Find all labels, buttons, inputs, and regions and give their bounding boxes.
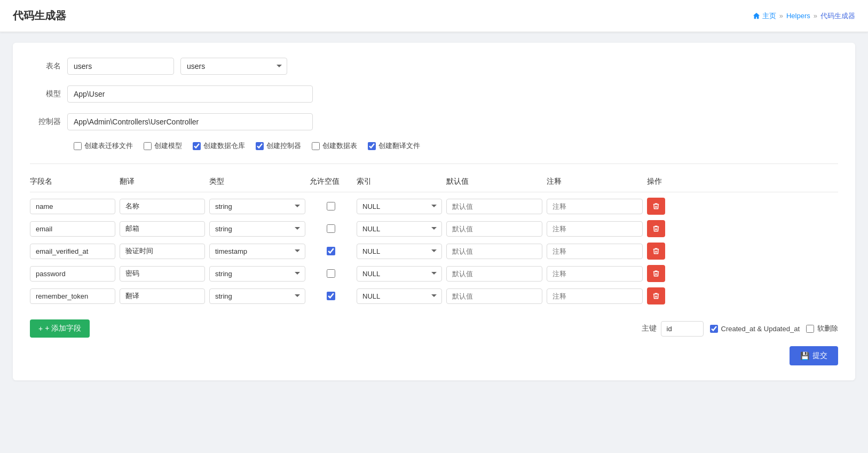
timestamps-group[interactable]: Created_at & Updated_at xyxy=(710,325,800,333)
field-comment-input[interactable] xyxy=(547,288,643,304)
delete-field-button[interactable] xyxy=(647,243,665,260)
nullable-cell xyxy=(310,292,352,300)
nullable-cell xyxy=(310,202,352,210)
col-index: 索引 xyxy=(357,177,442,186)
submit-area: 💾 提交 xyxy=(30,346,838,365)
form-card: 表名 users 模型 控制器 创建表迁移文件创建模型创建数据仓库创建控制器创建… xyxy=(13,43,855,380)
table-name-input[interactable] xyxy=(67,58,174,75)
field-name-input[interactable] xyxy=(30,244,115,259)
checkbox-create_translation[interactable]: 创建翻译文件 xyxy=(368,141,420,151)
checkbox-label-create_model: 创建模型 xyxy=(154,141,182,151)
field-type-select[interactable]: stringintegerbigIntegerfloatbooleandated… xyxy=(209,266,305,282)
col-default: 默认值 xyxy=(446,177,542,186)
home-icon xyxy=(753,12,760,20)
delete-field-button[interactable] xyxy=(647,265,665,282)
field-index-select[interactable]: NULLuniqueindex xyxy=(357,244,442,259)
timestamps-label: Created_at & Updated_at xyxy=(721,325,800,333)
nullable-checkbox[interactable] xyxy=(327,224,335,233)
col-translation: 翻译 xyxy=(120,177,205,186)
checkbox-input-create_datatable[interactable] xyxy=(312,142,320,150)
checkbox-create_controller[interactable]: 创建控制器 xyxy=(256,141,301,151)
nullable-checkbox[interactable] xyxy=(327,269,335,278)
soft-delete-label: 软删除 xyxy=(817,324,838,333)
field-translation-input[interactable] xyxy=(120,221,205,237)
breadcrumb: 主页 » Helpers » 代码生成器 xyxy=(753,11,855,21)
nullable-cell xyxy=(310,247,352,255)
field-translation-input[interactable] xyxy=(120,266,205,282)
table-name-label: 表名 xyxy=(30,61,67,71)
add-field-icon: + xyxy=(38,324,43,333)
controller-label: 控制器 xyxy=(30,117,67,127)
field-name-input[interactable] xyxy=(30,266,115,282)
breadcrumb-home[interactable]: 主页 xyxy=(753,11,776,21)
nullable-checkbox[interactable] xyxy=(327,202,335,210)
nullable-checkbox[interactable] xyxy=(327,247,335,255)
field-type-select[interactable]: stringintegerbigIntegerfloatbooleandated… xyxy=(209,244,305,259)
field-default-input[interactable] xyxy=(446,266,542,282)
model-label: 模型 xyxy=(30,89,67,99)
field-comment-input[interactable] xyxy=(547,199,643,214)
soft-delete-checkbox[interactable] xyxy=(806,325,814,333)
field-default-input[interactable] xyxy=(446,199,542,214)
option-checkboxes: 创建表迁移文件创建模型创建数据仓库创建控制器创建数据表创建翻译文件 xyxy=(30,141,838,151)
table-row: stringintegerbigIntegerfloatbooleandated… xyxy=(30,287,838,304)
field-comment-input[interactable] xyxy=(547,221,643,237)
field-type-select[interactable]: stringintegerbigIntegerfloatbooleandated… xyxy=(209,199,305,214)
field-type-select[interactable]: stringintegerbigIntegerfloatbooleandated… xyxy=(209,288,305,304)
checkbox-input-create_migration[interactable] xyxy=(74,142,82,150)
field-index-select[interactable]: NULLuniqueindex xyxy=(357,266,442,282)
field-default-input[interactable] xyxy=(446,221,542,237)
field-default-input[interactable] xyxy=(446,288,542,304)
col-nullable: 允许空值 xyxy=(310,177,352,186)
field-name-input[interactable] xyxy=(30,221,115,237)
checkbox-input-create_repository[interactable] xyxy=(193,142,201,150)
checkbox-create_migration[interactable]: 创建表迁移文件 xyxy=(74,141,133,151)
field-translation-input[interactable] xyxy=(120,244,205,259)
field-index-select[interactable]: NULLuniqueindex xyxy=(357,288,442,304)
field-comment-input[interactable] xyxy=(547,244,643,259)
delete-field-button[interactable] xyxy=(647,198,665,215)
controller-input[interactable] xyxy=(67,113,313,130)
primary-key-label: 主键 xyxy=(642,324,657,333)
table-row: stringintegerbigIntegerfloatbooleandated… xyxy=(30,265,838,282)
delete-field-button[interactable] xyxy=(647,220,665,237)
table-row: stringintegerbigIntegerfloatbooleandated… xyxy=(30,243,838,260)
submit-icon: 💾 xyxy=(800,352,809,360)
breadcrumb-sep1: » xyxy=(779,12,783,20)
nullable-cell xyxy=(310,269,352,278)
nullable-checkbox[interactable] xyxy=(327,292,335,300)
checkbox-label-create_migration: 创建表迁移文件 xyxy=(84,141,133,151)
primary-key-input[interactable] xyxy=(661,321,704,337)
footer-right: 主键 Created_at & Updated_at 软删除 xyxy=(642,321,838,337)
model-input[interactable] xyxy=(67,85,313,103)
delete-field-button[interactable] xyxy=(647,287,665,304)
submit-button[interactable]: 💾 提交 xyxy=(790,346,838,365)
field-translation-input[interactable] xyxy=(120,288,205,304)
add-field-button[interactable]: + + 添加字段 xyxy=(30,319,90,338)
table-name-row: 表名 users xyxy=(30,58,838,75)
field-comment-input[interactable] xyxy=(547,266,643,282)
checkbox-create_datatable[interactable]: 创建数据表 xyxy=(312,141,357,151)
checkbox-input-create_controller[interactable] xyxy=(256,142,264,150)
timestamps-checkbox[interactable] xyxy=(710,325,718,333)
checkbox-input-create_model[interactable] xyxy=(144,142,152,150)
checkbox-create_repository[interactable]: 创建数据仓库 xyxy=(193,141,245,151)
field-default-input[interactable] xyxy=(446,244,542,259)
field-index-select[interactable]: NULLuniqueindex xyxy=(357,221,442,237)
checkbox-create_model[interactable]: 创建模型 xyxy=(144,141,182,151)
field-type-select[interactable]: stringintegerbigIntegerfloatbooleandated… xyxy=(209,221,305,237)
field-name-input[interactable] xyxy=(30,288,115,304)
checkbox-input-create_translation[interactable] xyxy=(368,142,376,150)
col-field-name: 字段名 xyxy=(30,177,115,186)
page-header: 代码生成器 主页 » Helpers » 代码生成器 xyxy=(0,0,868,32)
soft-delete-group[interactable]: 软删除 xyxy=(806,324,838,333)
table-select[interactable]: users xyxy=(180,58,287,75)
field-index-select[interactable]: NULLuniqueindex xyxy=(357,199,442,214)
breadcrumb-current: 代码生成器 xyxy=(820,11,855,21)
fields-container: stringintegerbigIntegerfloatbooleandated… xyxy=(30,198,838,304)
field-name-input[interactable] xyxy=(30,199,115,214)
field-translation-input[interactable] xyxy=(120,199,205,214)
page-title: 代码生成器 xyxy=(13,9,66,23)
table-row: stringintegerbigIntegerfloatbooleandated… xyxy=(30,220,838,237)
breadcrumb-middle[interactable]: Helpers xyxy=(786,12,810,20)
